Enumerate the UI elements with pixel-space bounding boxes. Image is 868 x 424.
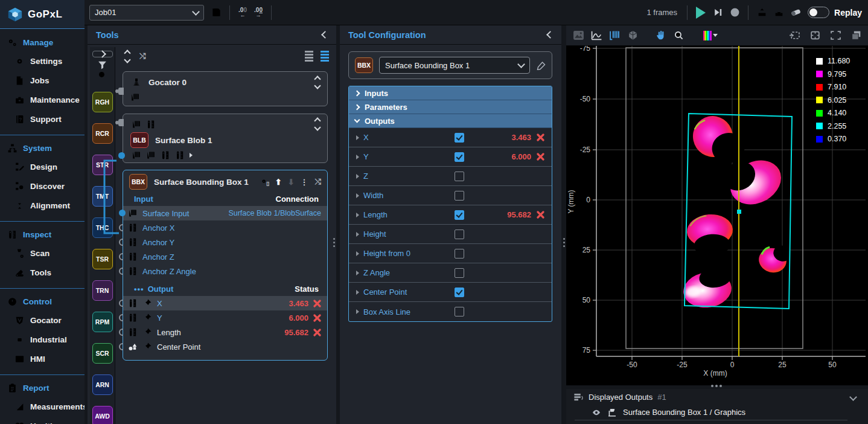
visibility-eye-icon[interactable] <box>592 408 601 417</box>
decimal-increase-button[interactable]: .00→ <box>251 7 266 18</box>
collapse-all-button[interactable]: ⤭ <box>139 51 145 61</box>
sidebar-item-jobs[interactable]: Jobs <box>0 71 85 90</box>
tool-chip-scr[interactable]: SCR <box>92 343 113 364</box>
section-parameters[interactable]: Parameters <box>349 100 552 114</box>
input-row-anchor-y[interactable]: Anchor Y <box>123 235 327 249</box>
panel-resize-handle[interactable] <box>563 238 565 247</box>
sidebar-group-inspect[interactable]: Inspect <box>0 225 85 243</box>
output-option-height[interactable]: Height <box>349 225 552 244</box>
replay-region-button[interactable] <box>787 28 802 43</box>
checkbox-unchecked[interactable] <box>455 268 464 278</box>
output-option-box-axis-line[interactable]: Box Axis Line <box>349 302 552 321</box>
sidebar-item-settings[interactable]: Settings <box>0 51 85 71</box>
filter-tools-button[interactable] <box>94 60 112 70</box>
import-button[interactable] <box>770 4 787 21</box>
output-option-center-point[interactable]: Center Point <box>349 283 552 302</box>
sidebar-group-control[interactable]: Control <box>0 292 85 310</box>
sidebar-item-discover[interactable]: Discover <box>0 176 85 196</box>
mesh-view-button[interactable] <box>625 28 640 43</box>
fullscreen-button[interactable] <box>828 28 843 43</box>
sidebar-item-scan[interactable]: Scan <box>0 243 85 263</box>
tool-select-dropdown[interactable]: Surface Bounding Box 1 <box>379 57 530 74</box>
output-row-length[interactable]: Length 95.682 <box>123 325 327 339</box>
move-down-icon[interactable]: ⬇ <box>288 178 295 187</box>
sidebar-item-gocator[interactable]: Gocator <box>0 310 85 330</box>
checkbox-checked[interactable] <box>455 287 464 297</box>
tool-chip-awd[interactable]: AWD <box>92 406 113 424</box>
sidebar-item-design[interactable]: Design <box>0 157 85 176</box>
panel-resize-handle[interactable] <box>333 238 335 247</box>
expand-all-button[interactable] <box>125 51 130 62</box>
rename-tool-button[interactable] <box>536 60 546 70</box>
profile-view-button[interactable] <box>589 28 604 43</box>
sidebar-item-alignment[interactable]: Alignment <box>0 196 85 215</box>
output-option-height-from-0[interactable]: Height from 0 <box>349 244 552 263</box>
output-option-z-angle[interactable]: Z Angle <box>349 263 552 283</box>
output-row-center-point[interactable]: Center Point <box>123 339 327 354</box>
checkbox-unchecked[interactable] <box>455 191 464 201</box>
sidebar-group-manage[interactable]: Manage <box>0 33 85 51</box>
list-view-button[interactable] <box>305 51 313 62</box>
sidebar-item-hmi[interactable]: HMI <box>0 349 85 368</box>
tool-chip-trn[interactable]: TRN <box>92 280 113 301</box>
zoom-tool-button[interactable] <box>671 28 686 43</box>
replay-toggle[interactable] <box>808 7 829 18</box>
image-view-button[interactable] <box>571 28 586 43</box>
input-port[interactable] <box>118 119 124 126</box>
output-row-x[interactable]: X 3.463 <box>123 296 327 310</box>
clear-replay-button[interactable] <box>787 4 804 21</box>
sidebar-item-measurements[interactable]: Measurements <box>0 397 85 416</box>
move-up-icon[interactable]: ⬆ <box>275 178 282 187</box>
checkbox-checked[interactable] <box>455 133 464 143</box>
input-row-anchor-z-angle[interactable]: Anchor Z Angle <box>123 264 327 278</box>
tool-chip-rcr[interactable]: RCR <box>92 123 113 144</box>
viewer-resize-handle[interactable] <box>711 385 722 387</box>
pan-tool-button[interactable] <box>653 28 668 43</box>
layout-button[interactable] <box>849 28 863 43</box>
play-button[interactable] <box>692 4 709 21</box>
input-row-surface-input[interactable]: Surface Input Surface Blob 1/BlobSurface <box>123 206 327 220</box>
tool-card-surface-blob[interactable]: BLB Surface Blob 1 <box>123 114 328 163</box>
sidebar-item-industrial[interactable]: Industrial <box>0 330 85 349</box>
expand-card-button[interactable] <box>315 118 320 130</box>
output-option-z[interactable]: Z <box>349 167 552 186</box>
colormap-button[interactable] <box>700 28 721 43</box>
menu-kebab-icon[interactable]: ⋮ <box>301 178 309 187</box>
collapse-card-icon[interactable]: ⤭ <box>315 177 321 187</box>
search-tools-button[interactable] <box>94 70 112 80</box>
input-row-anchor-x[interactable]: Anchor X <box>123 220 327 235</box>
sidebar-item-maintenance[interactable]: Maintenance <box>0 90 85 109</box>
input-row-anchor-z[interactable]: Anchor Z <box>123 249 327 264</box>
checkbox-unchecked[interactable] <box>455 172 464 181</box>
record-button[interactable] <box>726 4 743 21</box>
tool-card-gocator[interactable]: Gocator 0 <box>123 71 328 106</box>
output-option-length[interactable]: Length 95.682 <box>349 205 552 225</box>
checkbox-checked[interactable] <box>455 152 464 162</box>
export-button[interactable] <box>753 4 770 21</box>
collapse-panel-icon[interactable] <box>321 31 329 39</box>
displayed-output-row[interactable]: Surface Bounding Box 1 / Graphics <box>575 405 847 420</box>
expand-card-button[interactable] <box>315 77 320 88</box>
sidebar-item-health[interactable]: Health <box>0 416 85 424</box>
job-select-dropdown[interactable]: Job01 <box>89 5 204 21</box>
collapse-outputs-icon[interactable] <box>849 393 857 401</box>
sidebar-item-tools[interactable]: Tools <box>0 263 85 282</box>
expand-strip-button[interactable] <box>92 51 113 57</box>
checkbox-checked[interactable] <box>455 210 464 220</box>
output-option-x[interactable]: X 3.463 <box>349 128 552 147</box>
output-row-y[interactable]: Y 6.000 <box>123 310 327 325</box>
tool-chip-rgh[interactable]: RGH <box>92 92 113 112</box>
collapse-panel-icon[interactable] <box>546 31 554 39</box>
tool-card-surface-bounding-box[interactable]: BBX Surface Bounding Box 1 ⬆ ⬇ ⋮ ⤭ Input… <box>123 170 328 361</box>
anchor-settings-icon[interactable] <box>260 177 269 187</box>
output-option-y[interactable]: Y 6.000 <box>349 147 552 167</box>
output-port[interactable] <box>118 88 124 95</box>
sidebar-item-support[interactable]: Support <box>0 109 85 129</box>
section-inputs[interactable]: Inputs <box>349 86 552 100</box>
checkbox-unchecked[interactable] <box>455 307 464 316</box>
surface-view-button[interactable] <box>607 28 622 43</box>
checkbox-unchecked[interactable] <box>455 230 464 239</box>
detail-view-button[interactable] <box>321 51 329 62</box>
snapshot-button[interactable] <box>808 28 822 43</box>
tool-chip-arn[interactable]: ARN <box>92 374 113 395</box>
